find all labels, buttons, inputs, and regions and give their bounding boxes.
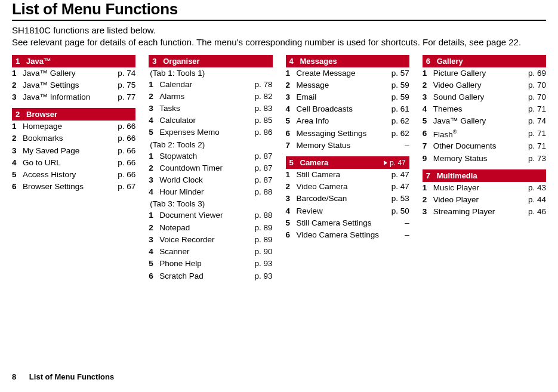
item-label: Expenses Memo xyxy=(159,127,247,138)
list-item: 1Picture Galleryp. 69 xyxy=(423,67,546,79)
item-page: p. 88 xyxy=(248,210,273,221)
item-number: 4 xyxy=(149,115,159,126)
section-name: Organiser xyxy=(163,57,269,66)
item-label: Hour Minder xyxy=(159,187,247,197)
item-label: Sound Gallery xyxy=(433,92,521,103)
section-num: 5 xyxy=(289,158,300,167)
item-number: 1 xyxy=(286,68,297,79)
item-label: Java™ Information xyxy=(23,92,110,103)
item-number: 5 xyxy=(286,116,297,126)
item-page: p. 47 xyxy=(384,181,409,192)
item-number: 6 xyxy=(286,128,297,139)
item-label: Java™ Settings xyxy=(23,80,110,91)
item-page: p. 93 xyxy=(248,258,273,269)
section-num: 4 xyxy=(289,57,300,66)
superscript: ® xyxy=(453,129,457,135)
item-number: 4 xyxy=(423,104,433,115)
item-page: p. 61 xyxy=(384,104,409,115)
item-page: p. 71 xyxy=(521,141,546,152)
list-item: 3Emailp. 59 xyxy=(286,91,409,103)
item-label: Review xyxy=(297,206,384,217)
item-number: 3 xyxy=(12,92,23,103)
list-item: 2Countdown Timerp. 87 xyxy=(149,162,272,174)
list-item: 4Cell Broadcastsp. 61 xyxy=(286,103,409,115)
list-item: 6Flash®p. 71 xyxy=(423,128,546,141)
item-page: p. 85 xyxy=(248,115,273,126)
column-4: 6 Gallery 1Picture Galleryp. 692Video Ga… xyxy=(423,55,546,218)
item-label: Tasks xyxy=(159,103,247,114)
item-label: Java™ Gallery xyxy=(23,68,110,79)
item-number: 1 xyxy=(423,183,433,193)
item-number: 4 xyxy=(149,187,159,197)
list-item: 3Sound Galleryp. 70 xyxy=(423,91,546,103)
item-page: p. 73 xyxy=(521,153,546,164)
list-item: 5Still Camera Settings– xyxy=(286,217,409,229)
list-item: 9Memory Statusp. 73 xyxy=(423,153,546,165)
item-page: p. 57 xyxy=(384,68,409,79)
item-label: Go to URL xyxy=(23,158,110,168)
item-number: 7 xyxy=(423,141,433,152)
item-page: p. 47 xyxy=(384,169,409,180)
item-page: – xyxy=(384,140,409,151)
item-number: 1 xyxy=(12,121,23,132)
item-page: p. 89 xyxy=(248,234,273,245)
footer-label: List of Menu Functions xyxy=(29,372,114,381)
item-number: 1 xyxy=(149,151,159,162)
item-page: p. 50 xyxy=(384,206,409,217)
item-number: 6 xyxy=(286,230,297,240)
item-page: p. 89 xyxy=(248,223,273,233)
section-name: Gallery xyxy=(437,57,542,66)
item-label: Video Camera xyxy=(297,181,384,192)
item-number: 5 xyxy=(423,116,433,126)
item-label: Notepad xyxy=(159,223,247,233)
item-label: Picture Gallery xyxy=(433,68,521,79)
item-label: Messaging Settings xyxy=(297,128,384,139)
section-name: Java™ xyxy=(26,57,132,66)
item-number: 4 xyxy=(12,158,23,168)
item-label: Cell Broadcasts xyxy=(297,104,384,115)
section-header-organiser: 3 Organiser xyxy=(149,55,272,67)
section-browser: 2 Browser 1Homepagep. 662Bookmarksp. 663… xyxy=(12,108,135,193)
item-label: Create Message xyxy=(297,68,384,79)
item-number: 3 xyxy=(286,92,297,103)
item-number: 1 xyxy=(12,68,23,79)
item-page: p. 67 xyxy=(110,181,135,192)
section-rows: 1Calendarp. 782Alarmsp. 823Tasksp. 834Ca… xyxy=(149,79,272,139)
item-number: 5 xyxy=(149,258,159,269)
list-item: 5Java™ Galleryp. 74 xyxy=(423,115,546,127)
list-item: 1Music Playerp. 43 xyxy=(423,182,546,194)
column-3: 4 Messages 1Create Messagep. 572Messagep… xyxy=(286,55,409,242)
section-rows: 1Stopwatchp. 872Countdown Timerp. 873Wor… xyxy=(149,150,272,199)
item-label: Calendar xyxy=(159,79,247,90)
item-page: p. 53 xyxy=(384,193,409,204)
list-item: 4Reviewp. 50 xyxy=(286,205,409,217)
item-label: Video Gallery xyxy=(433,80,521,91)
item-number: 4 xyxy=(286,104,297,115)
item-number: 2 xyxy=(423,80,433,91)
item-label: Voice Recorder xyxy=(159,234,247,245)
list-item: 5Area Infop. 62 xyxy=(286,115,409,127)
list-item: 3Voice Recorderp. 89 xyxy=(149,234,272,246)
item-page: p. 78 xyxy=(248,79,273,90)
item-label: Scratch Pad xyxy=(159,271,247,282)
item-label: Countdown Timer xyxy=(159,163,247,174)
column-1: 1 Java™ 1Java™ Galleryp. 742Java™ Settin… xyxy=(12,55,135,193)
triangle-right-icon xyxy=(384,160,387,165)
item-number: 3 xyxy=(286,193,297,204)
section-header-java: 1 Java™ xyxy=(12,55,135,67)
section-camera: 5 Camera p. 47 1Still Camerap. 472Video … xyxy=(286,156,409,241)
list-item: 4Hour Minderp. 88 xyxy=(149,186,272,198)
item-label: Still Camera Settings xyxy=(297,218,384,229)
list-item: 3Streaming Playerp. 46 xyxy=(423,206,546,218)
item-page: – xyxy=(384,218,409,229)
item-label: Document Viewer xyxy=(159,210,247,221)
list-item: 3My Saved Pagep. 66 xyxy=(12,145,135,157)
item-label: Area Info xyxy=(297,116,384,126)
list-item: 5Expenses Memop. 86 xyxy=(149,126,272,138)
tab-label-1: (Tab 1: Tools 1) xyxy=(149,67,272,79)
item-number: 5 xyxy=(286,218,297,229)
list-item: 2Video Camerap. 47 xyxy=(286,181,409,193)
item-label: Bookmarks xyxy=(23,133,110,144)
section-java: 1 Java™ 1Java™ Galleryp. 742Java™ Settin… xyxy=(12,55,135,104)
item-page: p. 88 xyxy=(248,187,273,197)
